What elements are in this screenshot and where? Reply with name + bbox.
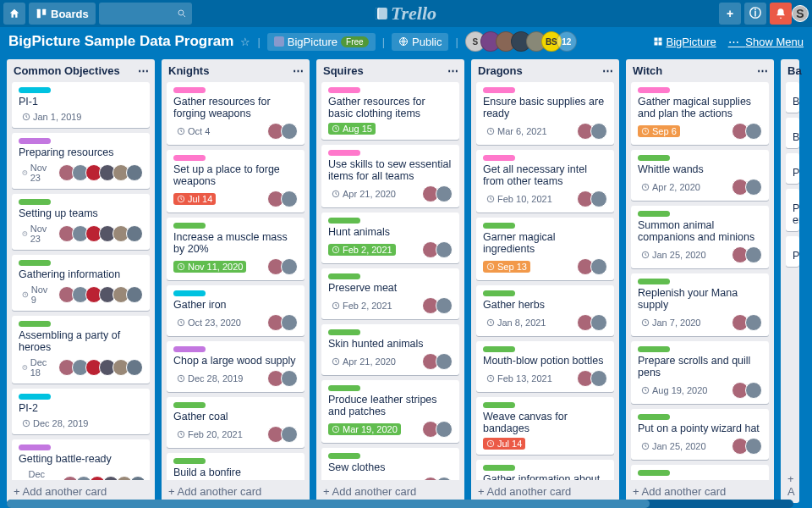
card[interactable]: Skin hunted animalsApr 21, 2020 (321, 324, 459, 375)
card-title: Get all necessary intel from other teams (483, 163, 607, 187)
list-menu-button[interactable]: ⋯ (757, 64, 767, 77)
due-date-badge: Oct 4 (173, 125, 213, 137)
list-title[interactable]: Dragons (478, 64, 523, 77)
card[interactable]: Replenish your Mana supplyJan 7, 2020 (631, 273, 769, 336)
due-date-badge: Feb 10, 2021 (483, 193, 556, 205)
card[interactable]: Assembling a party of heroesDec 18 (12, 316, 150, 384)
card[interactable]: Gather coalFeb 20, 2021 (167, 397, 304, 448)
svg-rect-7 (655, 41, 658, 45)
card[interactable]: Ensure basic supplies are readyMar 6, 20… (476, 82, 614, 145)
card[interactable]: Summon animal companions and minionsJan … (631, 206, 769, 268)
list-menu-button[interactable]: ⋯ (602, 64, 612, 77)
list-menu-button[interactable]: ⋯ (447, 64, 458, 77)
card[interactable]: Build a bonfireJun 29, 2019 (167, 453, 304, 480)
due-date-badge: Jan 7, 2020 (638, 317, 705, 329)
card[interactable]: Set up a place to forge weaponsJul 14 (167, 150, 304, 213)
user-avatar[interactable]: S (792, 5, 809, 22)
card[interactable]: Chop a large wood supplyDec 28, 2019 (167, 341, 304, 392)
card[interactable]: Preparing resourcesNov 23 (12, 133, 150, 189)
card[interactable]: Put on a pointy wizard hatJan 25, 2020 (631, 409, 769, 460)
add-card-button[interactable]: + A (781, 467, 799, 503)
due-date-badge: Aug 19, 2020 (638, 384, 710, 396)
card-label (483, 402, 515, 408)
search-input[interactable] (99, 3, 192, 25)
workspace-chip[interactable]: BigPictureFree (267, 33, 376, 51)
horizontal-scrollbar[interactable] (7, 500, 793, 508)
due-date-badge: Aug 15 (328, 123, 376, 135)
due-date-badge: Oct 23, 2020 (173, 317, 244, 329)
list-title[interactable]: Common Objectives (14, 64, 120, 77)
notifications-button[interactable] (770, 3, 792, 25)
visibility-button[interactable]: Public (392, 33, 448, 51)
list-title[interactable]: Knights (168, 64, 209, 77)
list-menu-button[interactable]: ⋯ (138, 64, 148, 77)
card-title: Use skills to sew essential items for al… (328, 158, 453, 182)
due-date-badge: Sep 6 (638, 125, 680, 137)
card[interactable]: Use skills to sew essential items for al… (321, 145, 459, 207)
card[interactable]: Pu (786, 153, 799, 184)
card-label (19, 394, 51, 400)
svg-rect-1 (42, 9, 46, 15)
due-date-badge: Jan 25, 2020 (638, 440, 710, 452)
card-member-avatar (126, 164, 143, 181)
info-button[interactable]: ⓘ (744, 3, 766, 25)
list-title[interactable]: Witch (633, 64, 662, 77)
card[interactable]: Gather ironOct 23, 2020 (167, 285, 304, 336)
create-button[interactable]: + (719, 3, 741, 25)
card-title: Assembling a party of heroes (19, 329, 143, 353)
card[interactable]: Increase a muscle mass by 20%Nov 11, 202… (167, 218, 304, 280)
card[interactable]: Get all necessary intel from other teams… (476, 150, 614, 213)
card[interactable]: Master your witchcraft skillsApr 2, 2020 (631, 465, 769, 480)
board-members[interactable]: S BS 12 (465, 31, 577, 52)
card[interactable]: Gather magical supplies and plan the act… (631, 82, 769, 145)
card[interactable]: Gather resources for basic clothing item… (321, 82, 459, 140)
card-label (638, 211, 670, 217)
due-date-badge: Feb 13, 2021 (483, 373, 556, 384)
due-date-badge: Dec 13, 2019 (19, 468, 57, 480)
card[interactable]: Gathering informationNov 9 (12, 255, 150, 311)
card-member-avatar (590, 190, 607, 207)
card[interactable]: Hunt animalsFeb 2, 2021 (321, 213, 459, 263)
card[interactable]: Weave canvas for bandagesJul 14 (476, 397, 614, 455)
card[interactable]: Getting battle-readyDec 13, 2019 (12, 439, 150, 480)
svg-point-2 (178, 10, 184, 15)
card[interactable]: Gather information about other teams nee… (476, 460, 614, 480)
card[interactable]: PI-2Dec 28, 2019 (12, 389, 150, 434)
bigpicture-link[interactable]: BigPicture (653, 36, 716, 48)
card-label (483, 290, 515, 296)
card-title: PI-2 (19, 402, 143, 414)
card[interactable]: Whittle wandsApr 2, 2020 (631, 150, 769, 201)
due-date-badge: Feb 20, 2021 (173, 428, 246, 440)
card-title: Gathering information (19, 268, 143, 280)
card-title: Gather magical supplies and plan the act… (638, 96, 762, 119)
list-title[interactable]: Ba (787, 64, 802, 77)
card-label (638, 470, 670, 476)
show-menu-link[interactable]: ⋯ Show Menu (728, 36, 804, 48)
star-button[interactable]: ☆ (240, 36, 250, 48)
card[interactable]: Ba (786, 82, 799, 113)
card[interactable]: Bu (786, 118, 799, 148)
card[interactable]: Sew clothesFeb 4, 2020 (321, 448, 459, 480)
home-button[interactable] (3, 3, 25, 25)
card[interactable]: Garner magical ingredientsSep 13 (476, 218, 614, 280)
card-title: Whittle wands (638, 163, 762, 175)
card-label (638, 87, 670, 93)
card[interactable]: Gather herbsJan 8, 2021 (476, 285, 614, 336)
card[interactable]: PI-1Jan 1, 2019 (12, 82, 150, 128)
card[interactable]: Pu en (786, 189, 799, 231)
list: Knights⋯Gather resources for forging wea… (162, 59, 310, 503)
card[interactable]: Setting up teamsNov 23 (12, 194, 150, 250)
list: Dragons⋯Ensure basic supplies are readyM… (471, 59, 619, 503)
card[interactable]: Pu (786, 236, 799, 267)
card[interactable]: Gather resources for forging weaponsOct … (167, 82, 304, 145)
list-title[interactable]: Squires (323, 64, 364, 77)
card[interactable]: Prepare scrolls and quill pensAug 19, 20… (631, 341, 769, 404)
card-member-avatar (745, 179, 762, 196)
card[interactable]: Preserve meatFeb 2, 2021 (321, 268, 459, 319)
card[interactable]: Produce leather stripes and patchesMar 1… (321, 380, 459, 443)
boards-button[interactable]: Boards (29, 3, 96, 25)
bell-icon (775, 8, 787, 19)
card[interactable]: Mouth-blow potion bottlesFeb 13, 2021 (476, 341, 614, 392)
member-count[interactable]: 12 (557, 31, 577, 52)
list-menu-button[interactable]: ⋯ (293, 64, 303, 77)
